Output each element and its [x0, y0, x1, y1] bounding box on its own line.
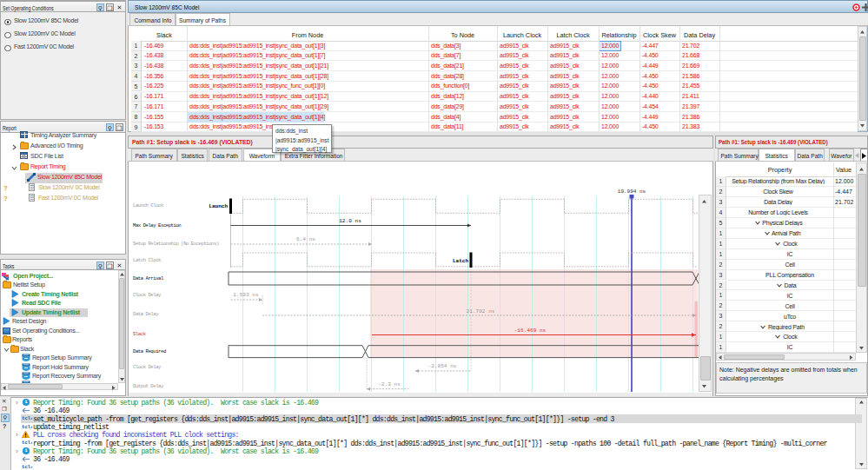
svg-text:1.593 ns: 1.593 ns [233, 292, 259, 298]
svg-text:Latch: Latch [453, 258, 468, 264]
svg-text:21.702 ns: 21.702 ns [467, 308, 495, 314]
svg-text:19.994 ns: 19.994 ns [618, 189, 646, 195]
svg-text:-2.3 ns: -2.3 ns [378, 381, 401, 387]
svg-text:Launch: Launch [209, 203, 228, 209]
svg-text:-2.854 ns: -2.854 ns [428, 363, 457, 369]
svg-text:-16.469 ns: -16.469 ns [514, 328, 547, 334]
svg-text:6.4 ns: 6.4 ns [296, 236, 315, 242]
svg-text:12.0 ns: 12.0 ns [339, 218, 361, 224]
